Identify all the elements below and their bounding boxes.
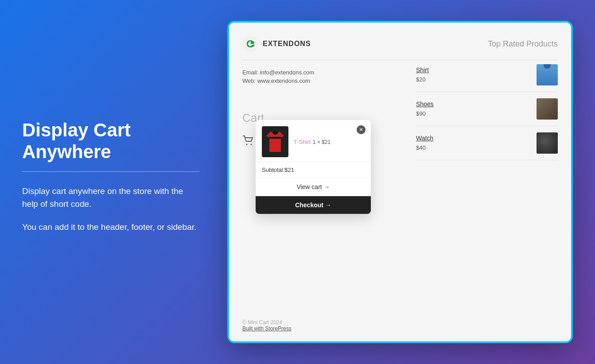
tshirt-icon xyxy=(264,129,286,155)
product-item-shirt: Shirt $20 xyxy=(416,58,558,92)
product-info-shirt: Shirt $20 xyxy=(416,66,537,83)
product-info-shoes: Shoes $90 xyxy=(416,101,537,117)
view-cart-button[interactable]: View cart → xyxy=(256,178,371,196)
svg-point-7 xyxy=(272,131,278,135)
product-name-shirt[interactable]: Shirt xyxy=(416,66,537,74)
product-name-shoes[interactable]: Shoes xyxy=(416,101,537,108)
checkout-button[interactable]: Checkout → xyxy=(256,196,371,214)
shirt-thumbnail xyxy=(537,64,558,85)
product-price-watch: $40 xyxy=(416,144,426,151)
product-info-watch: Watch $40 xyxy=(416,135,537,151)
subtotal-value: $21 xyxy=(284,167,294,173)
browser-mockup: EXTENDONS Top Rated Products Email: info… xyxy=(227,21,573,343)
popup-item-name: T-Shirt xyxy=(294,139,311,145)
svg-point-3 xyxy=(251,144,252,145)
footer-link[interactable]: Built with StorePress xyxy=(242,325,292,332)
cart-popup: T-Shirt 1 × $21 ✕ Subtotal:$21 View cart… xyxy=(256,120,371,214)
cart-icon xyxy=(242,136,255,145)
description-2: You can add it to the header, footer, or… xyxy=(22,221,199,234)
popup-item-qty: 1 × $21 xyxy=(313,139,331,145)
extendons-logo-icon xyxy=(242,36,258,52)
description-1: Display cart anywhere on the store with … xyxy=(22,185,199,210)
subtotal-label: Subtotal: xyxy=(262,167,284,173)
product-item-watch: Watch $40 xyxy=(416,126,558,160)
brand-name: EXTENDONS xyxy=(263,40,311,48)
watch-thumbnail xyxy=(537,132,558,154)
popup-close-button[interactable]: ✕ xyxy=(357,125,366,134)
popup-item-thumbnail xyxy=(262,126,288,157)
left-panel: Display Cart Anywhere Display cart anywh… xyxy=(22,120,199,244)
title-divider xyxy=(22,171,199,172)
footer-copyright: © Mini Cart 2024 xyxy=(242,319,282,325)
popup-subtotal: Subtotal:$21 xyxy=(256,162,371,178)
product-price-shoes: $90 xyxy=(416,110,426,117)
shoes-thumbnail xyxy=(537,98,558,120)
svg-point-1 xyxy=(252,41,254,43)
product-name-watch[interactable]: Watch xyxy=(416,135,537,142)
main-title: Display Cart Anywhere xyxy=(22,120,199,163)
product-price-shirt: $20 xyxy=(416,76,426,83)
store-header: EXTENDONS Top Rated Products xyxy=(242,36,558,60)
svg-point-2 xyxy=(246,144,248,145)
logo-area: EXTENDONS xyxy=(242,36,311,52)
product-item-shoes: Shoes $90 xyxy=(416,92,558,126)
popup-item-info: T-Shirt 1 × $21 xyxy=(294,138,365,146)
svg-rect-8 xyxy=(269,137,281,139)
store-footer: © Mini Cart 2024 Built with StorePress xyxy=(242,319,292,332)
top-rated-label: Top Rated Products xyxy=(488,39,558,49)
products-section: Shirt $20 Shoes $90 Watch $40 xyxy=(416,58,558,160)
popup-item: T-Shirt 1 × $21 ✕ xyxy=(256,120,371,162)
browser-content: EXTENDONS Top Rated Products Email: info… xyxy=(229,23,571,341)
